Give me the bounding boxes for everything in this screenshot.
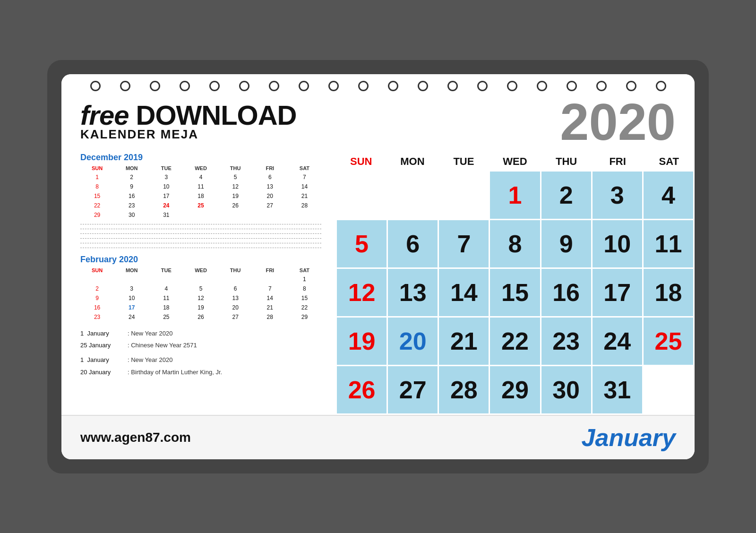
holiday-desc: : Birthday of Martin Luther King, Jr. (128, 367, 222, 378)
feb-header-mon: MON (115, 266, 148, 274)
feb-cell: 23 (80, 313, 114, 321)
dec-header-fri: FRI (253, 164, 287, 172)
feb-cell: 19 (184, 303, 217, 312)
day-header-sun: SUN (335, 153, 387, 172)
dash-line (80, 233, 321, 234)
ring (418, 81, 428, 91)
dec-cell: 20 (253, 192, 287, 200)
dec-cell: 4 (184, 173, 217, 181)
feb-cell: 3 (115, 284, 148, 293)
feb-cell: 11 (149, 294, 183, 302)
feb-cell-empty (80, 275, 114, 284)
day-header-fri: FRI (592, 153, 644, 172)
dec-cell: 12 (219, 182, 252, 191)
dec-cell: 3 (149, 173, 183, 181)
day-header-thu: THU (541, 153, 592, 172)
ring (150, 81, 160, 91)
ring (507, 81, 517, 91)
feb-cell: 5 (184, 284, 217, 293)
dec-cell-empty (253, 211, 287, 219)
feb-header-tue: TUE (149, 266, 183, 274)
cal-cell-20: 20 (388, 318, 438, 365)
cal-cell-28: 28 (439, 366, 489, 413)
feb-cell: 22 (288, 303, 321, 312)
dec-cell: 21 (288, 192, 321, 200)
feb-cell: 15 (288, 294, 321, 302)
dec-cell: 18 (184, 192, 217, 200)
holiday-item: 1 January : New Year 2020 (80, 328, 321, 339)
header: free DOWNLOAD KALENDER MEJA 2020 (61, 91, 695, 153)
feb-header-thu: THU (219, 266, 252, 274)
calendar-grid: 1 2 3 4 5 6 7 8 9 10 11 12 13 14 15 (335, 172, 695, 415)
mini-calendar-february: February 2020 SUN MON TUE WED THU FRI SA… (80, 255, 321, 321)
dash-line (80, 243, 321, 243)
footer: www.agen87.com January (61, 415, 695, 459)
cal-cell-4: 4 (644, 172, 693, 219)
ring (358, 81, 369, 91)
ring (209, 81, 220, 91)
dec-cell: 1 (80, 173, 114, 181)
ring (299, 81, 309, 91)
ring (567, 81, 577, 91)
feb-cell: 29 (288, 313, 321, 321)
dec-cell: 9 (115, 182, 148, 191)
dec-cell: 8 (80, 182, 114, 191)
ring (120, 81, 130, 91)
feb-cell-highlight: 17 (115, 303, 148, 312)
website-url: www.agen87.com (80, 430, 191, 445)
feb-cell: 26 (184, 313, 217, 321)
dec-cell: 7 (288, 173, 321, 181)
ring (239, 81, 249, 91)
feb-cell: 16 (80, 303, 114, 312)
holiday-date: 20 January (80, 367, 128, 378)
cal-cell-29: 29 (490, 366, 540, 413)
dec-cell: 14 (288, 182, 321, 191)
dash-line (80, 229, 321, 229)
mini-cal-december-grid: SUN MON TUE WED THU FRI SAT 1 2 3 4 5 6 (80, 164, 321, 219)
cal-cell-7: 7 (439, 220, 489, 267)
feb-cell: 14 (253, 294, 287, 302)
cal-cell-1: 1 (490, 172, 540, 219)
cal-cell-27: 27 (388, 366, 438, 413)
feb-cell: 21 (253, 303, 287, 312)
day-header-tue: TUE (438, 153, 490, 172)
holiday-date: 1 January (80, 354, 128, 365)
dec-header-sat: SAT (288, 164, 321, 172)
mini-cal-february-grid: SUN MON TUE WED THU FRI SAT (80, 266, 321, 321)
holiday-desc: : New Year 2020 (128, 328, 172, 339)
cal-cell-26: 26 (337, 366, 387, 413)
dec-cell-empty (219, 211, 252, 219)
dec-cell: 16 (115, 192, 148, 200)
main-title: free DOWNLOAD (80, 102, 296, 129)
ring (656, 81, 666, 91)
cal-cell-5: 5 (337, 220, 387, 267)
ring (328, 81, 339, 91)
cal-cell-21: 21 (439, 318, 489, 365)
calendar-card: free DOWNLOAD KALENDER MEJA 2020 Decembe… (61, 74, 695, 459)
feb-cell: 4 (149, 284, 183, 293)
feb-cell: 9 (80, 294, 114, 302)
cal-cell-19: 19 (337, 318, 387, 365)
feb-cell: 24 (115, 313, 148, 321)
dec-cell: 13 (253, 182, 287, 191)
dec-cell: 10 (149, 182, 183, 191)
feb-header-fri: FRI (253, 266, 287, 274)
cal-cell-22: 22 (490, 318, 540, 365)
dash-line (80, 224, 321, 224)
holiday-date: 1 January (80, 328, 128, 339)
dec-cell: 11 (184, 182, 217, 191)
day-header-mon: MON (387, 153, 438, 172)
dec-header-mon: MON (115, 164, 148, 172)
dec-cell: 30 (115, 211, 148, 219)
cal-cell-empty (337, 172, 387, 219)
dec-header-thu: THU (219, 164, 252, 172)
cal-cell-18: 18 (644, 269, 693, 316)
dec-header-wed: WED (184, 164, 217, 172)
dec-header-sun: SUN (80, 164, 114, 172)
feb-cell-empty (149, 275, 183, 284)
dec-cell: 15 (80, 192, 114, 200)
mini-cal-february-title: February 2020 (80, 255, 321, 265)
dash-line (80, 238, 321, 239)
cal-cell-empty (439, 172, 489, 219)
cal-cell-2: 2 (541, 172, 591, 219)
